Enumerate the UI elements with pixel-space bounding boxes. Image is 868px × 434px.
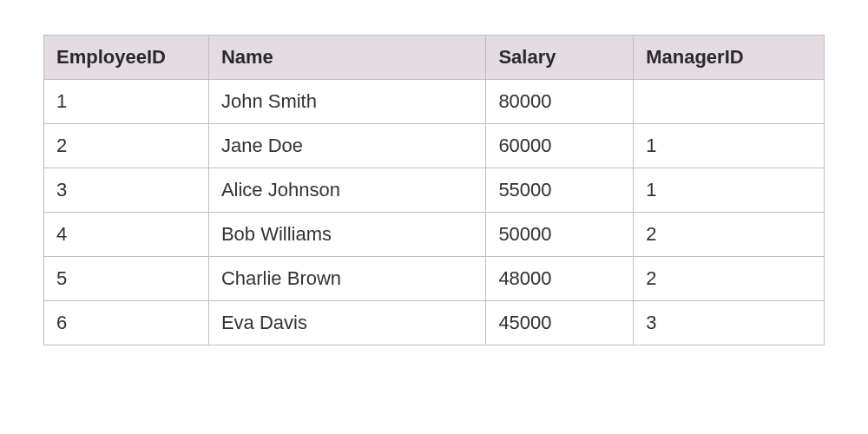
cell-salary: 55000 bbox=[486, 168, 634, 213]
cell-name: Bob Williams bbox=[208, 213, 485, 257]
table-row: 1 John Smith 80000 bbox=[44, 80, 825, 124]
header-manager-id: ManagerID bbox=[634, 36, 825, 80]
table-row: 4 Bob Williams 50000 2 bbox=[44, 213, 825, 257]
cell-employee-id: 2 bbox=[44, 124, 209, 168]
table-header-row: EmployeeID Name Salary ManagerID bbox=[44, 36, 825, 80]
cell-name: Jane Doe bbox=[208, 124, 485, 168]
cell-employee-id: 4 bbox=[44, 213, 209, 257]
cell-name: Alice Johnson bbox=[208, 168, 485, 213]
cell-name: John Smith bbox=[208, 80, 485, 124]
cell-name: Charlie Brown bbox=[208, 257, 485, 301]
cell-salary: 60000 bbox=[486, 124, 634, 168]
table-row: 2 Jane Doe 60000 1 bbox=[44, 124, 825, 168]
cell-manager-id: 2 bbox=[634, 213, 825, 257]
cell-manager-id: 1 bbox=[634, 124, 825, 168]
table-row: 6 Eva Davis 45000 3 bbox=[44, 301, 825, 345]
cell-salary: 80000 bbox=[486, 80, 634, 124]
cell-employee-id: 1 bbox=[44, 80, 209, 124]
header-employee-id: EmployeeID bbox=[44, 36, 209, 80]
table-row: 3 Alice Johnson 55000 1 bbox=[44, 168, 825, 213]
cell-employee-id: 5 bbox=[44, 257, 209, 301]
table-row: 5 Charlie Brown 48000 2 bbox=[44, 257, 825, 301]
cell-salary: 45000 bbox=[486, 301, 634, 345]
cell-salary: 50000 bbox=[486, 213, 634, 257]
cell-manager-id bbox=[634, 80, 825, 124]
cell-manager-id: 1 bbox=[634, 168, 825, 213]
cell-employee-id: 6 bbox=[44, 301, 209, 345]
cell-salary: 48000 bbox=[486, 257, 634, 301]
cell-manager-id: 2 bbox=[634, 257, 825, 301]
cell-name: Eva Davis bbox=[208, 301, 485, 345]
header-salary: Salary bbox=[486, 36, 634, 80]
header-name: Name bbox=[208, 36, 485, 80]
employee-table: EmployeeID Name Salary ManagerID 1 John … bbox=[43, 35, 825, 345]
cell-employee-id: 3 bbox=[44, 168, 209, 213]
cell-manager-id: 3 bbox=[634, 301, 825, 345]
